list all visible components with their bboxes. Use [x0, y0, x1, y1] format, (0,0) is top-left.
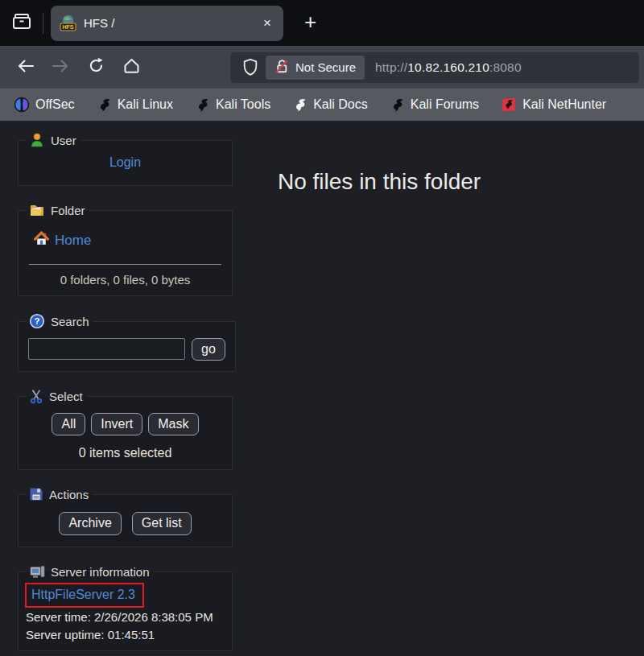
- search-input[interactable]: [28, 338, 185, 360]
- help-icon: ?: [29, 313, 45, 329]
- save-icon: [29, 487, 43, 501]
- home-button[interactable]: [116, 53, 147, 82]
- svg-text:?: ?: [34, 316, 39, 326]
- browser-window: HFS HFS / × +: [0, 0, 644, 656]
- firefox-view-button[interactable]: [5, 8, 39, 39]
- panel-server-info: Server information HttpFileServer 2.3 Se…: [18, 564, 233, 652]
- selection-status: 0 items selected: [25, 446, 225, 463]
- svg-text:HFS: HFS: [62, 24, 73, 31]
- get-list-button[interactable]: Get list: [132, 512, 192, 534]
- bookmark-kali-linux[interactable]: Kali Linux: [97, 97, 173, 113]
- divider: [29, 264, 221, 265]
- select-invert-button[interactable]: Invert: [91, 413, 142, 435]
- panel-title: Search: [51, 315, 89, 328]
- panel-title: User: [51, 134, 76, 147]
- kali-dragon-icon: [97, 97, 112, 113]
- hfs-favicon: HFS: [60, 14, 76, 31]
- browser-toolbar: Not Secure http://10.82.160.210:8080: [0, 46, 644, 89]
- home-icon: [122, 57, 141, 77]
- kali-dragon-icon: [390, 97, 405, 113]
- panel-folder-legend: Folder: [27, 203, 89, 217]
- shield-icon[interactable]: [237, 58, 264, 76]
- house-icon: [34, 231, 49, 250]
- user-icon: [29, 132, 45, 148]
- home-link[interactable]: Home: [55, 233, 91, 249]
- bookmark-label: Kali Docs: [313, 97, 368, 112]
- offsec-icon: [14, 97, 30, 113]
- login-link[interactable]: Login: [109, 155, 141, 169]
- firefox-view-icon: [11, 12, 32, 34]
- url-text: http://10.82.160.210:8080: [375, 60, 522, 75]
- bookmark-label: OffSec: [35, 97, 75, 112]
- security-label: Not Secure: [295, 60, 356, 74]
- archive-button[interactable]: Archive: [59, 512, 121, 534]
- panel-search-legend: ? Search: [27, 313, 93, 329]
- panel-search: ? Search go: [18, 313, 236, 372]
- hfs-sidebar: User Login Folder: [0, 121, 242, 656]
- close-tab-icon[interactable]: ×: [258, 15, 277, 31]
- panel-title: Server information: [51, 565, 150, 579]
- folder-icon: [29, 203, 45, 217]
- panel-user-legend: User: [27, 132, 80, 148]
- panel-server-legend: Server information: [27, 564, 154, 580]
- bookmark-kali-tools[interactable]: Kali Tools: [195, 97, 270, 113]
- reload-icon: [88, 57, 105, 77]
- url-port: :8080: [489, 60, 522, 74]
- url-scheme: http://: [375, 60, 407, 74]
- server-icon: [29, 564, 45, 580]
- file-list-area: No files in this folder: [242, 121, 644, 656]
- bookmarks-bar: OffSec Kali Linux Kali Tools: [0, 89, 644, 121]
- scissors-icon: [29, 389, 43, 404]
- panel-title: Actions: [49, 488, 89, 501]
- back-icon: [16, 59, 35, 76]
- url-host: 10.82.160.210: [407, 60, 489, 74]
- server-time: Server time: 2/26/2026 8:38:05 PM: [26, 609, 225, 626]
- bookmark-label: Kali Forums: [411, 97, 479, 112]
- empty-folder-message: No files in this folder: [278, 169, 644, 195]
- select-all-button[interactable]: All: [52, 413, 85, 435]
- panel-folder: Folder Home 0 folders, 0 files, 0 byte: [18, 203, 233, 296]
- server-version-link[interactable]: HttpFileServer 2.3: [31, 588, 135, 601]
- bookmark-kali-nethunter[interactable]: Kali NetHunter: [501, 97, 606, 113]
- security-chip[interactable]: Not Secure: [266, 56, 365, 80]
- bookmark-offsec[interactable]: OffSec: [14, 97, 75, 113]
- kali-dragon-icon: [195, 97, 210, 113]
- bookmark-kali-forums[interactable]: Kali Forums: [390, 97, 479, 113]
- broken-lock-icon: [275, 59, 290, 76]
- search-go-button[interactable]: go: [192, 338, 225, 361]
- panel-title: Folder: [51, 204, 85, 217]
- bookmark-label: Kali Linux: [118, 97, 173, 112]
- panel-select-legend: Select: [27, 389, 87, 404]
- kali-dragon-light-icon: [292, 97, 308, 113]
- reload-button[interactable]: [80, 53, 111, 82]
- back-button[interactable]: [10, 53, 40, 82]
- kali-nethunter-icon: [501, 97, 517, 113]
- bookmark-kali-docs[interactable]: Kali Docs: [292, 97, 368, 113]
- divider: [43, 13, 43, 34]
- tab-title: HFS /: [84, 16, 258, 30]
- server-uptime: Server uptime: 01:45:51: [26, 626, 225, 644]
- panel-title: Select: [49, 390, 83, 403]
- address-bar[interactable]: Not Secure http://10.82.160.210:8080: [230, 52, 639, 83]
- forward-button[interactable]: [45, 53, 76, 82]
- browser-tab-bar: HFS HFS / × +: [0, 0, 644, 46]
- new-tab-button[interactable]: +: [297, 11, 324, 35]
- panel-actions: Actions Archive Get list: [18, 487, 233, 547]
- panel-select: Select All Invert Mask 0 items selected: [18, 389, 233, 470]
- panel-user: User Login: [18, 132, 233, 186]
- select-mask-button[interactable]: Mask: [148, 413, 198, 435]
- panel-actions-legend: Actions: [27, 487, 93, 501]
- forward-icon: [52, 59, 70, 76]
- browser-tab[interactable]: HFS HFS / ×: [51, 6, 283, 41]
- folder-stats: 0 folders, 0 files, 0 bytes: [25, 273, 225, 289]
- bookmark-label: Kali NetHunter: [522, 97, 606, 112]
- annotation-highlight-box: HttpFileServer 2.3: [25, 583, 144, 608]
- page-content: User Login Folder: [0, 121, 644, 656]
- bookmark-label: Kali Tools: [216, 97, 270, 112]
